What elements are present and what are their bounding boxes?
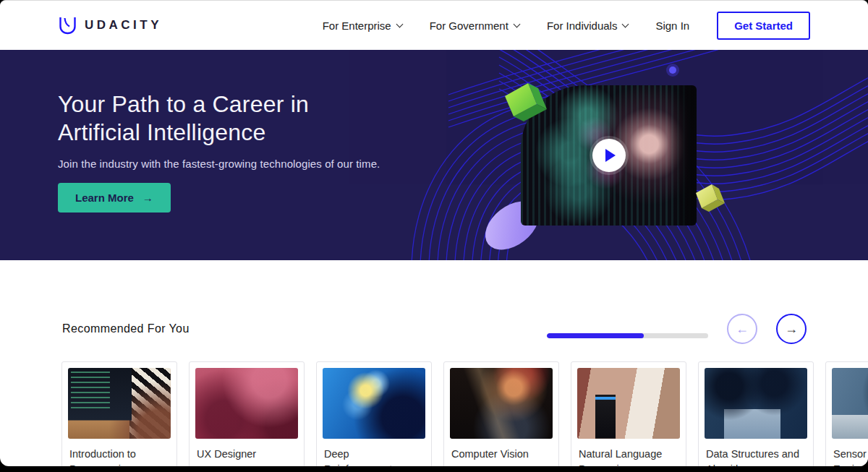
course-title: Natural LanguageProcessing [577,447,680,466]
nav-item-label: For Individuals [547,20,618,32]
nav-item-for-government[interactable]: For Government [430,20,519,32]
course-card-data-structures-and-algorithms[interactable]: Data Structures andAlgorithms [698,361,814,466]
play-button[interactable] [592,139,626,172]
nav-item-for-individuals[interactable]: For Individuals [547,20,629,32]
udacity-logo-icon [58,14,77,36]
nav-item-for-enterprise[interactable]: For Enterprise [323,20,402,32]
top-navbar: UDACITY For Enterprise For Government Fo… [0,1,868,50]
course-card-ux-designer[interactable]: UX Designer [189,361,305,466]
course-card-row: Introduction toProgramming UX Designer D… [0,361,868,466]
course-title: Sensor FusionEngineer [832,447,868,466]
course-card-sensor-fusion-engineer[interactable]: Sensor FusionEngineer [825,361,868,466]
udacity-logo[interactable]: UDACITY [58,14,162,36]
course-card-introduction-to-programming[interactable]: Introduction toProgramming [61,361,177,466]
browser-page: UDACITY For Enterprise For Government Fo… [0,0,868,466]
nav-item-label: For Government [430,20,509,32]
carousel-prev-button[interactable]: ← [727,314,757,344]
hero-section: Your Path to a Career in Artificial Inte… [0,50,868,260]
course-card-deep-reinforcement-learning[interactable]: DeepReinforcementLearning [316,361,432,466]
carousel-next-button[interactable]: → [776,314,807,344]
hero-subtitle: Join the industry with the fastest-growi… [58,158,380,170]
recommended-header: Recommended For You ← → [0,314,868,344]
chevron-down-icon [513,20,520,27]
carousel-progress-track [547,333,708,338]
sign-in-link[interactable]: Sign In [655,20,689,32]
arrow-right-icon: → [785,322,798,337]
chevron-down-icon [396,20,403,27]
navbar-links: For Enterprise For Government For Indivi… [323,12,810,40]
course-image-face-detection-woman [450,368,553,439]
course-title: DeepReinforcementLearning [323,447,425,466]
course-title: Computer Vision [450,447,553,462]
arrow-left-icon: ← [736,322,749,337]
hero-title: Your Path to a Career in Artificial Inte… [58,90,380,147]
course-image-engineer-laptop-blue [832,368,868,439]
hero-copy: Your Path to a Career in Artificial Inte… [58,90,380,213]
course-image-person-coding-laptop [68,368,171,439]
course-image-smart-speaker-echo [577,368,680,439]
course-title: UX Designer [195,447,298,462]
course-title: Data Structures andAlgorithms [705,447,807,466]
course-image-designer-red-overlay [195,368,298,439]
nav-item-label: For Enterprise [323,20,391,32]
green-cube-decoration [501,79,551,129]
yellow-cube-decoration [693,181,728,215]
brand-name: UDACITY [85,18,162,33]
play-icon [605,149,616,162]
course-card-natural-language-processing[interactable]: Natural LanguageProcessing [571,361,686,466]
carousel-controls: ← → [547,314,807,344]
chevron-down-icon [622,20,629,27]
carousel-progress-fill [547,333,644,338]
section-heading: Recommended For You [62,322,190,335]
get-started-button[interactable]: Get Started [717,12,810,40]
arrow-right-icon: → [142,192,153,204]
learn-more-button[interactable]: Learn More → [58,183,171,213]
course-card-computer-vision[interactable]: Computer Vision [443,361,559,466]
course-image-ai-head-network-blue [323,368,425,439]
course-title: Introduction toProgramming [68,447,171,466]
course-image-developers-laptop-navy [705,368,807,439]
glow-dot [669,66,676,74]
